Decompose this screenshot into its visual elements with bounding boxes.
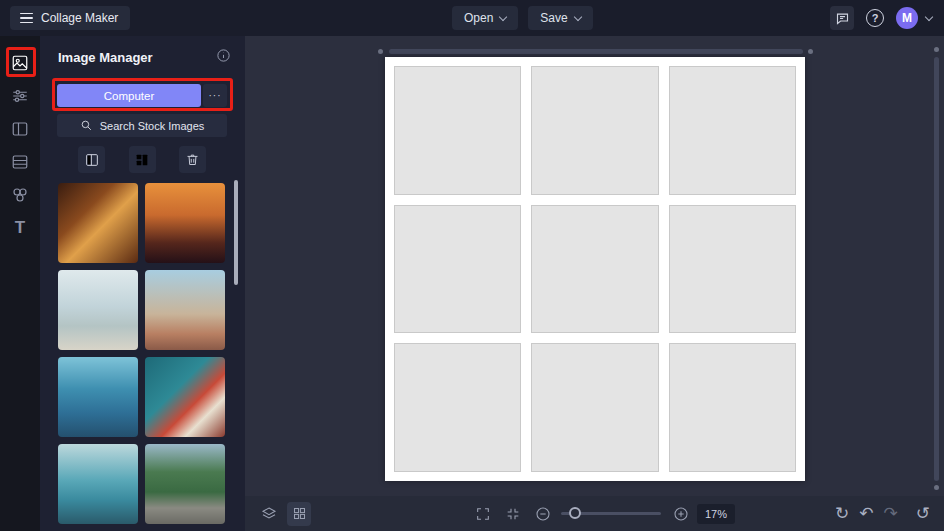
collage-cell[interactable] <box>669 66 796 195</box>
thumbnail-woman-reading[interactable] <box>145 357 225 437</box>
topbar-center: Open Save <box>452 6 593 30</box>
rail-item-manage[interactable] <box>0 79 40 112</box>
collage-cell[interactable] <box>531 66 658 195</box>
search-icon <box>80 119 93 132</box>
actual-size-button[interactable] <box>501 502 525 526</box>
layers-button[interactable] <box>257 502 281 526</box>
layout-rows-icon <box>11 153 29 171</box>
collage-cell[interactable] <box>531 343 658 472</box>
collage-cell[interactable] <box>669 343 796 472</box>
zoom-out-button[interactable] <box>531 502 555 526</box>
hamburger-icon <box>20 13 33 24</box>
image-manager-panel: Image Manager Computer ··· Search Stock … <box>40 36 245 531</box>
layout-columns-icon <box>11 120 29 138</box>
text-tool-icon: T <box>15 218 25 238</box>
collage-cell[interactable] <box>669 205 796 334</box>
help-button[interactable]: ? <box>866 9 884 27</box>
save-button-label: Save <box>540 11 567 25</box>
zoom-level-value: 17% <box>705 508 727 520</box>
zoom-level-badge[interactable]: 17% <box>697 504 735 524</box>
ellipsis-icon: ··· <box>209 90 222 101</box>
topbar-right: ? M <box>830 0 932 36</box>
thumbnail-grid <box>58 183 225 524</box>
refresh-button[interactable]: ↻ <box>835 505 849 522</box>
rail-item-graphics[interactable] <box>0 178 40 211</box>
thumbnail-lake-beach[interactable] <box>58 270 138 350</box>
sliders-icon <box>11 87 29 105</box>
refresh-icon: ↻ <box>835 504 849 523</box>
app-title: Collage Maker <box>41 11 118 25</box>
rail-item-templates[interactable] <box>0 145 40 178</box>
save-button[interactable]: Save <box>528 6 592 30</box>
layers-icon <box>261 506 277 522</box>
minus-circle-icon <box>535 506 551 522</box>
avatar-initial: M <box>902 11 912 25</box>
canvas-area <box>245 36 944 496</box>
layout-split-icon <box>84 152 100 168</box>
rail-item-image-manager[interactable] <box>0 46 40 79</box>
thumbnail-tools <box>78 146 206 173</box>
help-icon: ? <box>872 12 879 24</box>
collage-board <box>385 57 805 481</box>
thumbnail-blue-van-woman[interactable] <box>58 357 138 437</box>
tool-rail: T <box>0 36 40 531</box>
account-chevron-down-icon[interactable] <box>925 12 933 20</box>
layout-blocks-icon <box>134 152 150 168</box>
rail-item-text[interactable]: T <box>0 211 40 244</box>
thumbnail-teal-car-man[interactable] <box>58 444 138 524</box>
thumbnail-road-hills[interactable] <box>145 444 225 524</box>
shapes-icon <box>11 186 29 204</box>
fit-screen-button[interactable] <box>471 502 495 526</box>
redo-button[interactable]: ↷ <box>884 505 898 522</box>
collage-cell[interactable] <box>394 66 521 195</box>
undo-icon: ↶ <box>859 504 873 523</box>
zoom-slider-knob[interactable] <box>569 507 581 519</box>
plus-circle-icon <box>673 506 689 522</box>
more-options-button[interactable]: ··· <box>203 84 227 107</box>
undo-button[interactable]: ↶ <box>859 505 873 522</box>
trash-icon <box>185 152 200 167</box>
search-stock-images-button[interactable]: Search Stock Images <box>57 114 227 137</box>
info-icon[interactable] <box>216 48 231 67</box>
thumbnail-couple-sunset[interactable] <box>145 183 225 263</box>
shrink-icon <box>505 506 521 522</box>
history-button[interactable]: ↺ <box>916 505 930 522</box>
hscroll-dot-left <box>378 49 383 54</box>
comment-icon <box>835 11 850 26</box>
collage-cell[interactable] <box>531 205 658 334</box>
statusbar: 17% ↻ ↶ ↷ ↺ <box>245 496 944 531</box>
autofill-collage-button[interactable] <box>129 146 156 173</box>
grid-toggle-button[interactable] <box>287 502 311 526</box>
redo-icon: ↷ <box>884 504 898 523</box>
vscroll-dot-top <box>934 47 939 52</box>
zoom-slider[interactable] <box>561 512 661 515</box>
app-menu-button[interactable]: Collage Maker <box>10 6 130 30</box>
panel-scrollbar[interactable] <box>234 180 238 285</box>
grid-icon <box>292 506 307 521</box>
panel-title: Image Manager <box>58 50 153 65</box>
image-icon <box>11 54 29 72</box>
add-to-collage-button[interactable] <box>78 146 105 173</box>
horizontal-scrollbar[interactable] <box>389 49 803 54</box>
history-icon: ↺ <box>916 504 930 523</box>
computer-upload-button[interactable]: Computer <box>57 84 201 107</box>
chevron-down-icon <box>499 12 507 20</box>
open-button-label: Open <box>464 11 493 25</box>
thumbnail-cheers-toast[interactable] <box>58 183 138 263</box>
open-button[interactable]: Open <box>452 6 518 30</box>
delete-image-button[interactable] <box>179 146 206 173</box>
search-button-label: Search Stock Images <box>100 120 205 132</box>
topbar: Collage Maker Open Save ? M <box>0 0 944 36</box>
collage-cell[interactable] <box>394 205 521 334</box>
zoom-in-button[interactable] <box>669 502 693 526</box>
vscroll-dot-bottom <box>934 485 939 490</box>
chevron-down-icon <box>573 12 581 20</box>
feedback-button[interactable] <box>830 6 854 30</box>
vertical-scrollbar[interactable] <box>934 57 939 481</box>
expand-icon <box>475 506 491 522</box>
avatar[interactable]: M <box>896 7 918 29</box>
rail-item-layouts[interactable] <box>0 112 40 145</box>
collage-cell[interactable] <box>394 343 521 472</box>
hscroll-dot-right <box>808 49 813 54</box>
thumbnail-beach-van-friends[interactable] <box>145 270 225 350</box>
